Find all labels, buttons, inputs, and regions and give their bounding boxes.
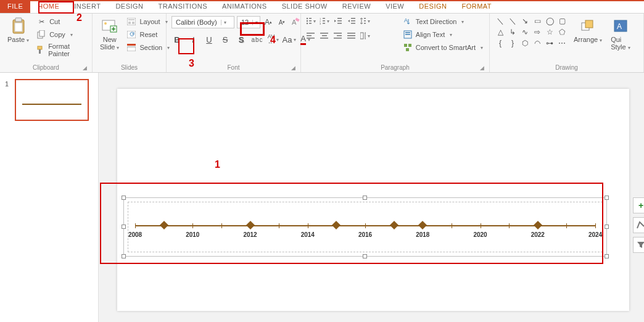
change-case-button[interactable]: Aa <box>284 33 295 46</box>
tab-view[interactable]: VIEW <box>378 1 411 13</box>
justify-button[interactable] <box>347 31 357 41</box>
timeline-tick <box>279 223 279 228</box>
timeline-chart-object[interactable]: 200820102012201420162018202020222024 <box>123 197 607 257</box>
align-left-button[interactable] <box>306 31 316 41</box>
columns-button[interactable] <box>360 31 370 41</box>
slide-thumbnail-1[interactable] <box>15 79 89 121</box>
tab-design[interactable]: DESIGN <box>108 1 151 13</box>
scissors-icon: ✂ <box>36 17 46 27</box>
chart-filters-button[interactable] <box>633 237 644 253</box>
numbering-button[interactable]: 123 <box>320 16 329 26</box>
shape-brace2-icon[interactable]: } <box>507 38 518 48</box>
convert-smartart-button[interactable]: Convert to SmartArt <box>402 42 484 53</box>
shape-line-icon[interactable]: ＼ <box>495 16 506 26</box>
tab-home[interactable]: HOME <box>30 1 67 13</box>
timeline-tick <box>566 223 567 228</box>
char-spacing-dd[interactable]: AV↔ <box>268 33 279 46</box>
section-icon <box>126 43 136 52</box>
underline-button[interactable]: U <box>204 33 215 46</box>
svg-rect-4 <box>39 30 44 36</box>
shape-roundrect-icon[interactable]: ▢ <box>556 16 568 26</box>
shape-line2-icon[interactable]: ＼ <box>507 16 518 26</box>
font-size-combo[interactable]: 12 ▾ <box>237 16 260 28</box>
shapes-gallery[interactable]: ＼ ＼ ↘ ▭ ◯ ▢ △ ↳ ∿ ⇨ ☆ ⬠ { } ⬡ ◠ ⊶ ⋯ <box>495 16 568 48</box>
shrink-font-button[interactable]: A▾ <box>276 16 287 28</box>
tab-insert[interactable]: INSERT <box>67 1 108 13</box>
smartart-icon <box>403 43 413 52</box>
italic-button[interactable]: I <box>188 33 199 46</box>
copy-button[interactable]: Copy <box>35 29 87 40</box>
tab-chart-design[interactable]: DESIGN <box>411 1 454 13</box>
format-painter-button[interactable]: Format Painter <box>35 42 87 58</box>
new-slide-button[interactable]: New Slide <box>97 16 122 52</box>
layout-button[interactable]: Layout <box>125 16 171 27</box>
resize-handle[interactable] <box>363 196 367 200</box>
section-button[interactable]: Section <box>125 42 171 53</box>
tab-chart-format[interactable]: FORMAT <box>454 1 499 13</box>
slide-canvas[interactable]: 200820102012201420162018202020222024 + <box>117 89 629 311</box>
resize-handle[interactable] <box>605 225 609 229</box>
cut-button[interactable]: ✂ Cut <box>35 16 87 27</box>
resize-handle[interactable] <box>122 225 126 229</box>
resize-handle[interactable] <box>605 196 609 200</box>
shape-callout-icon[interactable]: ⬡ <box>519 38 530 48</box>
resize-handle[interactable] <box>363 254 367 258</box>
arrange-button[interactable]: Arrange <box>571 16 605 44</box>
group-clipboard: Paste ✂ Cut Copy Format Painter <box>0 14 93 72</box>
slide-thumbnails-pane[interactable]: 1 <box>0 73 99 322</box>
reset-button[interactable]: Reset <box>125 29 171 40</box>
tab-file[interactable]: FILE <box>0 1 30 13</box>
timeline-year-label: 2010 <box>186 231 199 238</box>
decrease-indent-button[interactable] <box>333 16 343 26</box>
tab-review[interactable]: REVIEW <box>335 1 378 13</box>
font-launcher[interactable]: ◢ <box>291 65 295 71</box>
shape-brace-icon[interactable]: { <box>495 38 506 48</box>
char-spacing-button[interactable]: abc <box>252 33 263 46</box>
shape-pentagon-icon[interactable]: ⬠ <box>556 27 568 37</box>
tab-slideshow[interactable]: SLIDE SHOW <box>275 1 335 13</box>
tab-animations[interactable]: ANIMATIONS <box>215 1 275 13</box>
shape-rect-icon[interactable]: ▭ <box>532 16 543 26</box>
quick-styles-button[interactable]: A Qui Style <box>608 16 632 52</box>
shape-more-icon[interactable]: ⋯ <box>556 38 568 48</box>
shape-triangle-icon[interactable]: △ <box>495 27 506 37</box>
resize-handle[interactable] <box>122 254 126 258</box>
chart-styles-button[interactable] <box>633 217 644 233</box>
line-spacing-button[interactable] <box>360 16 370 26</box>
timeline-tick <box>192 223 193 228</box>
bold-button[interactable]: B <box>171 33 183 46</box>
clipboard-launcher[interactable]: ◢ <box>83 65 87 71</box>
text-shadow-button[interactable]: S <box>236 33 247 46</box>
clear-formatting-button[interactable]: A <box>290 16 301 28</box>
shape-star-icon[interactable]: ☆ <box>544 27 555 37</box>
bullets-button[interactable] <box>306 16 316 26</box>
grow-font-button[interactable]: A▴ <box>263 16 274 28</box>
svg-rect-46 <box>334 33 342 34</box>
paste-button[interactable]: Paste <box>5 16 31 44</box>
tab-transitions[interactable]: TRANSITIONS <box>151 1 215 13</box>
font-name-combo[interactable]: Calibri (Body) ▾ <box>171 16 234 28</box>
shape-arc-icon[interactable]: ◠ <box>532 38 543 48</box>
timeline-year-label: 2018 <box>416 231 429 238</box>
paste-label: Paste <box>7 36 29 43</box>
text-direction-button[interactable]: A Text Direction <box>402 16 484 27</box>
shape-elbow-icon[interactable]: ↳ <box>507 27 518 37</box>
strikethrough-button[interactable]: S <box>220 33 231 46</box>
paragraph-launcher[interactable]: ◢ <box>480 65 484 71</box>
timeline-tick <box>365 223 366 228</box>
shape-oval-icon[interactable]: ◯ <box>544 16 555 26</box>
align-right-button[interactable] <box>333 31 343 41</box>
align-center-button[interactable] <box>320 31 329 41</box>
shape-arrow-icon[interactable]: ⇨ <box>532 27 543 37</box>
timeline-tick <box>595 223 596 228</box>
chart-elements-button[interactable]: + <box>633 197 644 213</box>
svg-rect-56 <box>405 32 410 33</box>
resize-handle[interactable] <box>605 254 609 258</box>
align-text-button[interactable]: Align Text <box>402 29 484 40</box>
shape-line3-icon[interactable]: ↘ <box>519 16 530 26</box>
shape-connector-icon[interactable]: ⊶ <box>544 38 555 48</box>
increase-indent-button[interactable] <box>347 16 357 26</box>
shape-curve-icon[interactable]: ∿ <box>519 27 530 37</box>
quick-styles-label: Qui Style <box>611 36 630 51</box>
resize-handle[interactable] <box>122 196 126 200</box>
